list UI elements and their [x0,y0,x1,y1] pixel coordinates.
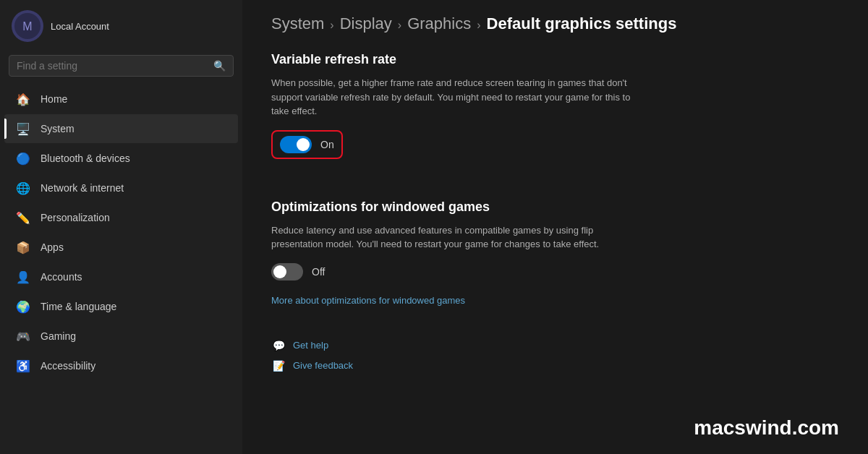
windowed-games-toggle[interactable] [271,263,303,280]
watermark: macswind.com [694,416,839,440]
windowed-games-desc: Reduce latency and use advanced features… [271,223,647,252]
account-name: Local Account [51,21,109,32]
give-feedback-item[interactable]: 📝 Give feedback [271,356,839,376]
breadcrumb-arrow-3: › [477,19,480,32]
sidebar-item-label: Network & internet [41,182,124,194]
bluetooth-icon: 🔵 [16,151,30,166]
sidebar-item-network[interactable]: 🌐 Network & internet [4,174,238,202]
windowed-games-section: Optimizations for windowed games Reduce … [271,200,839,307]
search-input[interactable] [17,60,208,72]
breadcrumb-display[interactable]: Display [340,14,392,33]
toggle-knob [297,138,310,151]
sidebar-item-gaming[interactable]: 🎮 Gaming [4,322,238,351]
accessibility-icon: ♿ [16,359,30,373]
sidebar-item-accounts[interactable]: 👤 Accounts [4,262,238,291]
sidebar-item-label: Bluetooth & devices [41,153,130,164]
system-icon: 🖥️ [16,121,30,136]
give-feedback-label: Give feedback [293,360,353,371]
variable-refresh-section: Variable refresh rate When possible, get… [271,52,839,179]
breadcrumb-arrow-1: › [330,19,333,32]
time-icon: 🌍 [16,299,30,314]
sidebar-item-label: Home [41,93,67,105]
get-help-icon: 💬 [271,338,286,353]
sidebar-header: M Local Account [0,0,242,49]
sidebar-item-personalization[interactable]: ✏️ Personalization [4,203,238,232]
main-content: System › Display › Graphics › Default gr… [242,0,868,454]
accounts-icon: 👤 [16,270,30,284]
sidebar-item-bluetooth[interactable]: 🔵 Bluetooth & devices [4,144,238,173]
windowed-games-link[interactable]: More about optimizations for windowed ga… [271,295,465,306]
apps-icon: 📦 [16,240,30,254]
breadcrumb-arrow-2: › [398,19,401,32]
sidebar-item-home[interactable]: 🏠 Home [4,85,238,113]
sidebar-item-label: Apps [41,241,64,253]
search-icon: 🔍 [213,60,226,72]
home-icon: 🏠 [16,92,30,106]
breadcrumb: System › Display › Graphics › Default gr… [271,14,839,33]
sidebar-item-time[interactable]: 🌍 Time & language [4,292,238,321]
help-section: 💬 Get help 📝 Give feedback [271,335,839,376]
breadcrumb-graphics[interactable]: Graphics [407,14,471,33]
sidebar: M Local Account 🔍 🏠 Home 🖥️ System 🔵 Blu… [0,0,242,454]
search-box[interactable]: 🔍 [9,55,234,77]
windowed-games-state: Off [312,266,325,278]
windowed-games-title: Optimizations for windowed games [271,200,839,215]
sidebar-item-accessibility[interactable]: ♿ Accessibility [4,351,238,380]
get-help-item[interactable]: 💬 Get help [271,335,839,356]
sidebar-item-label: Gaming [41,330,76,342]
sidebar-item-label: System [41,123,75,134]
give-feedback-icon: 📝 [271,359,286,373]
sidebar-item-label: Personalization [41,212,110,223]
breadcrumb-system[interactable]: System [271,14,324,33]
personalization-icon: ✏️ [16,210,30,225]
gaming-icon: 🎮 [16,329,30,343]
svg-text:M: M [22,20,32,33]
network-icon: 🌐 [16,181,30,195]
variable-refresh-toggle-container[interactable]: On [271,130,343,159]
avatar: M [12,10,43,42]
variable-refresh-desc: When possible, get a higher frame rate a… [271,76,647,119]
sidebar-item-apps[interactable]: 📦 Apps [4,233,238,262]
nav-list: 🏠 Home 🖥️ System 🔵 Bluetooth & devices 🌐… [0,84,242,454]
get-help-label: Get help [293,340,328,351]
page-title: Default graphics settings [487,14,677,33]
variable-refresh-toggle[interactable] [280,136,312,153]
sidebar-item-system[interactable]: 🖥️ System [4,114,238,143]
sidebar-item-label: Time & language [41,301,116,312]
variable-refresh-state: On [320,139,334,150]
windowed-games-toggle-row: Off [271,263,839,280]
sidebar-item-label: Accounts [41,271,82,283]
sidebar-item-label: Accessibility [41,360,95,372]
variable-refresh-title: Variable refresh rate [271,52,839,67]
toggle-knob-off [273,265,286,278]
